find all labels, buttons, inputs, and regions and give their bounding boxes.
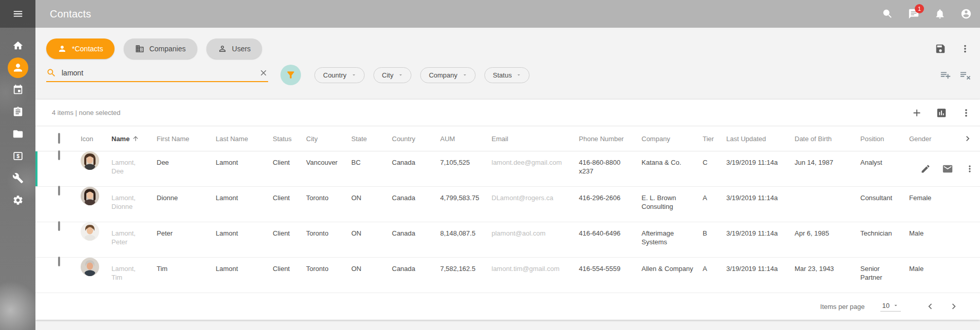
column-header-state[interactable]: State <box>351 135 392 143</box>
cell-gender: Male <box>909 222 980 257</box>
sidebar-item-contacts[interactable] <box>0 56 35 79</box>
chip-label: Country <box>323 71 347 79</box>
cell-company: Allen & Company <box>642 258 703 293</box>
filter-chip-city[interactable]: City <box>373 67 411 83</box>
save-icon[interactable] <box>935 43 946 54</box>
column-header-last-updated[interactable]: Last Updated <box>726 135 795 143</box>
tab-contacts[interactable]: *Contacts <box>46 38 115 59</box>
filter-chip-company[interactable]: Company <box>420 67 476 83</box>
cell-status: Client <box>273 151 306 186</box>
sort-asc-icon <box>132 135 139 142</box>
scroll-columns-right-icon[interactable] <box>963 133 973 144</box>
filter-chip-country[interactable]: Country <box>314 67 365 83</box>
row-checkbox[interactable] <box>58 257 60 266</box>
column-header-position[interactable]: Position <box>860 135 909 143</box>
person-icon <box>12 62 24 74</box>
tab-users[interactable]: Users <box>206 38 262 59</box>
cell-state: ON <box>351 258 392 293</box>
page-title: Contacts <box>35 8 91 20</box>
cell-email: DLamont@rogers.ca <box>492 187 579 222</box>
column-header-city[interactable]: City <box>306 135 351 143</box>
filter-chip-status[interactable]: Status <box>484 67 530 83</box>
messages-button[interactable]: 1 <box>908 8 919 20</box>
previous-page-icon[interactable] <box>925 301 936 312</box>
add-contact-icon[interactable] <box>911 107 922 119</box>
table-row[interactable]: Lamont,Dionne Dionne Lamont Client Toron… <box>35 187 980 222</box>
page-size-select[interactable]: 10 <box>880 302 901 312</box>
chip-label: City <box>382 71 393 79</box>
search-icon <box>882 8 893 20</box>
table-row[interactable]: Lamont,Dee Dee Lamont Client Vancouver B… <box>35 151 980 187</box>
avatar <box>81 222 111 241</box>
more-vert-icon[interactable] <box>959 43 971 54</box>
sidebar-item-tasks[interactable] <box>0 101 35 123</box>
gear-icon <box>12 195 24 206</box>
sidebar-item-tools[interactable] <box>0 167 35 189</box>
column-header-aum[interactable]: AUM <box>440 135 492 143</box>
column-label: Name <box>111 135 129 143</box>
clear-search-icon[interactable] <box>259 68 268 77</box>
chevron-down-icon <box>516 72 522 78</box>
cell-company: Afterimage Systems <box>642 222 703 257</box>
playlist-remove-icon[interactable] <box>960 69 972 81</box>
cell-aum: 7,105,525 <box>440 151 492 186</box>
cell-city: Toronto <box>306 258 351 293</box>
global-search-button[interactable] <box>882 8 893 20</box>
cell-gender: Female <box>909 187 980 222</box>
column-header-first-name[interactable]: First Name <box>157 135 216 143</box>
edit-icon[interactable] <box>920 164 931 174</box>
tab-companies[interactable]: Companies <box>124 38 197 59</box>
playlist-add-icon[interactable] <box>940 69 951 81</box>
column-header-email[interactable]: Email <box>492 135 579 143</box>
sidebar-item-documents[interactable] <box>0 123 35 145</box>
sidebar-item-calendar[interactable] <box>0 79 35 101</box>
chip-label: Status <box>493 71 512 79</box>
person-outline-icon <box>218 44 227 53</box>
cell-last-name: Lamont <box>216 258 273 293</box>
table-row[interactable]: Lamont,Peter Peter Lamont Client Toronto… <box>35 222 980 258</box>
filter-button[interactable] <box>280 65 301 85</box>
row-checkbox[interactable] <box>58 150 60 160</box>
email-icon[interactable] <box>942 163 953 174</box>
column-header-icon[interactable]: Icon <box>81 135 111 143</box>
wrench-icon <box>12 172 24 184</box>
cell-tier: A <box>703 187 726 222</box>
column-header-company[interactable]: Company <box>642 135 703 143</box>
column-header-name[interactable]: Name <box>111 135 157 143</box>
select-all-checkbox[interactable] <box>58 133 60 144</box>
cell-country: Canada <box>392 222 440 257</box>
column-header-country[interactable]: Country <box>392 135 440 143</box>
cell-phone: 416-554-5559 <box>579 258 642 293</box>
cell-position: Technician <box>860 222 909 257</box>
search-icon <box>46 68 56 78</box>
row-checkbox[interactable] <box>58 221 60 231</box>
next-page-icon[interactable] <box>948 301 959 312</box>
sidebar-item-settings[interactable] <box>0 189 35 211</box>
column-header-phone[interactable]: Phone Number <box>579 135 642 143</box>
more-vert-icon[interactable] <box>960 107 972 119</box>
column-header-status[interactable]: Status <box>273 135 306 143</box>
sidebar-item-home[interactable] <box>0 34 35 56</box>
row-more-icon[interactable] <box>965 164 975 174</box>
cell-date-of-birth: Apr 6, 1985 <box>795 222 860 257</box>
table-row[interactable]: Lamont,Tim Tim Lamont Client Toronto ON … <box>35 258 980 293</box>
calendar-icon <box>12 84 24 95</box>
column-header-date-of-birth[interactable]: Date of Birth <box>795 135 860 143</box>
row-checkbox[interactable] <box>58 186 60 196</box>
clipboard-icon <box>12 106 24 118</box>
building-icon <box>135 44 144 53</box>
sidebar-item-billing[interactable]: $ <box>0 145 35 167</box>
search-field <box>46 68 268 82</box>
notifications-button[interactable] <box>934 8 946 20</box>
search-input[interactable] <box>62 69 259 77</box>
hamburger-menu-button[interactable] <box>0 0 35 28</box>
account-button[interactable] <box>960 8 972 20</box>
cell-first-name: Peter <box>157 222 216 257</box>
cell-email: lamont.tim@gmail.com <box>492 258 579 293</box>
cell-aum: 8,148,087.5 <box>440 222 492 257</box>
cell-company: E. L. Brown Consulting <box>642 187 703 222</box>
cell-name: Lamont,Dee <box>111 151 157 186</box>
chart-view-icon[interactable] <box>936 107 947 119</box>
column-header-tier[interactable]: Tier <box>703 135 726 143</box>
column-header-last-name[interactable]: Last Name <box>216 135 273 143</box>
